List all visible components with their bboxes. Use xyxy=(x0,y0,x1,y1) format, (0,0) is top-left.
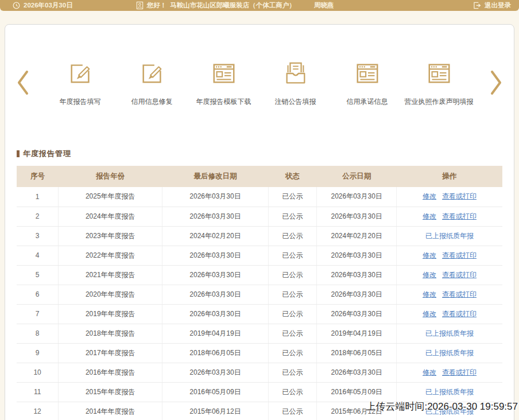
modify-link[interactable]: 修改 xyxy=(423,192,436,200)
view-or-print-link[interactable]: 查看或打印 xyxy=(442,271,477,279)
carousel-item[interactable]: 信用信息修复 xyxy=(116,58,188,107)
row-report-year: 2019年年度报告 xyxy=(59,304,162,324)
row-report-year: 2018年年度报告 xyxy=(59,324,162,343)
view-or-print-link[interactable]: 查看或打印 xyxy=(442,290,477,298)
row-serial: 3 xyxy=(17,226,59,246)
modify-link[interactable]: 修改 xyxy=(423,271,436,279)
row-serial: 5 xyxy=(17,265,59,285)
row-status: 已公示 xyxy=(268,343,317,363)
row-modified-date: 2024年02月20日 xyxy=(162,226,268,246)
row-modified-date: 2026年03月30日 xyxy=(162,363,268,382)
row-publish-date: 2026年03月30日 xyxy=(317,363,397,382)
top-bar: 2026年03月30日 您好！ 马鞍山市花山区郎曦服装店（个体工商户） 周晓燕 … xyxy=(0,0,519,11)
row-actions: 修改查看或打印 xyxy=(397,265,502,285)
row-serial: 10 xyxy=(17,363,59,382)
row-publish-date: 2026年03月30日 xyxy=(317,304,397,324)
annual-report-table: 序号 报告年份 最后修改日期 状态 公示日期 操作 1 2025年年度报告 20… xyxy=(17,166,502,420)
row-status: 已公示 xyxy=(268,226,317,246)
row-serial: 11 xyxy=(17,382,59,402)
row-actions: 已上报纸质年报 xyxy=(397,343,502,363)
main-panel: 年度报告填写 信用信息修复 年度报告模板下载 注销公告填报 信用承诺信息 营业执… xyxy=(5,24,514,420)
row-status: 已公示 xyxy=(268,265,317,285)
user-name: 周晓燕 xyxy=(314,1,334,10)
row-serial: 9 xyxy=(17,343,59,363)
row-status: 已公示 xyxy=(268,304,317,324)
carousel-item-label: 注销公告填报 xyxy=(275,97,316,107)
view-or-print-link[interactable]: 查看或打印 xyxy=(442,368,477,376)
logout-label: 退出登录 xyxy=(485,1,511,10)
carousel-item[interactable]: 注销公告填报 xyxy=(260,58,331,107)
modify-link[interactable]: 修改 xyxy=(423,290,436,298)
paper-report-status: 已上报纸质年报 xyxy=(425,232,474,240)
carousel-item[interactable]: 信用承诺信息 xyxy=(331,58,403,107)
table-row: 10 2016年年度报告 2026年03月30日 已公示 2026年03月30日… xyxy=(17,363,502,382)
table-row: 9 2017年年度报告 2018年06月05日 已公示 2018年06月05日 … xyxy=(17,343,502,363)
view-or-print-link[interactable]: 查看或打印 xyxy=(442,192,477,200)
col-publish-date: 公示日期 xyxy=(317,166,397,187)
table-row: 11 2015年年度报告 2016年05月09日 已公示 2016年05月09日… xyxy=(17,382,502,402)
table-header-row: 序号 报告年份 最后修改日期 状态 公示日期 操作 xyxy=(17,166,502,187)
row-modified-date: 2016年05月09日 xyxy=(162,382,268,402)
newspaper-icon xyxy=(211,58,237,87)
inbox-icon xyxy=(282,58,309,87)
row-publish-date: 2026年03月30日 xyxy=(317,246,397,265)
user-badge-icon xyxy=(136,1,144,10)
table-row: 5 2021年年度报告 2026年03月30日 已公示 2026年03月30日 … xyxy=(17,265,502,285)
row-report-year: 2015年年度报告 xyxy=(59,382,162,402)
logout-button[interactable]: 退出登录 xyxy=(473,1,511,10)
chevron-left-icon xyxy=(16,69,30,96)
row-actions: 修改查看或打印 xyxy=(397,246,502,265)
row-actions: 修改查看或打印 xyxy=(397,187,502,207)
row-report-year: 2021年年度报告 xyxy=(59,265,162,285)
col-modified: 最后修改日期 xyxy=(162,166,268,187)
row-status: 已公示 xyxy=(268,382,317,402)
table-row: 4 2022年年度报告 2026年03月30日 已公示 2026年03月30日 … xyxy=(17,246,502,265)
view-or-print-link[interactable]: 查看或打印 xyxy=(442,251,477,259)
modify-link[interactable]: 修改 xyxy=(423,212,436,220)
edit-icon xyxy=(139,58,165,87)
col-report-year: 报告年份 xyxy=(59,166,162,187)
carousel-next-button[interactable] xyxy=(487,68,505,97)
carousel-item[interactable]: 营业执照作废声明填报 xyxy=(403,58,475,107)
modify-link[interactable]: 修改 xyxy=(423,368,436,376)
paper-report-status: 已上报纸质年报 xyxy=(425,388,474,396)
row-serial: 8 xyxy=(17,324,59,343)
col-status: 状态 xyxy=(268,166,317,187)
row-actions: 已上报纸质年报 xyxy=(397,226,502,246)
greeting-text: 您好！ xyxy=(147,1,167,10)
carousel-item-label: 信用承诺信息 xyxy=(347,97,388,107)
carousel-item[interactable]: 年度报告模板下载 xyxy=(188,58,260,107)
carousel-track: 年度报告填写 信用信息修复 年度报告模板下载 注销公告填报 信用承诺信息 营业执… xyxy=(44,58,475,107)
modify-link[interactable]: 修改 xyxy=(423,251,436,259)
company-name: 马鞍山市花山区郎曦服装店（个体工商户） xyxy=(170,1,296,10)
edit-icon xyxy=(67,58,94,87)
section-bullet xyxy=(17,150,20,157)
row-actions: 已上报纸质年报 xyxy=(397,382,502,402)
row-report-year: 2020年年度报告 xyxy=(59,285,162,304)
carousel-prev-button[interactable] xyxy=(14,68,32,97)
row-modified-date: 2018年06月05日 xyxy=(162,343,268,363)
row-report-year: 2024年年度报告 xyxy=(59,207,162,226)
carousel-item[interactable]: 年度报告填写 xyxy=(44,58,116,107)
row-report-year: 2023年年度报告 xyxy=(59,226,162,246)
view-or-print-link[interactable]: 查看或打印 xyxy=(442,212,477,220)
row-publish-date: 2026年03月30日 xyxy=(317,265,397,285)
carousel-item-label: 年度报告模板下载 xyxy=(196,97,251,107)
row-status: 已公示 xyxy=(268,402,317,420)
modify-link[interactable]: 修改 xyxy=(423,310,436,318)
row-modified-date: 2026年03月30日 xyxy=(162,246,268,265)
section-title: 年度报告管理 xyxy=(23,149,71,159)
row-publish-date: 2018年06月05日 xyxy=(317,343,397,363)
row-publish-date: 2026年03月30日 xyxy=(317,187,397,207)
row-status: 已公示 xyxy=(268,246,317,265)
row-publish-date: 2024年02月20日 xyxy=(317,226,397,246)
row-report-year: 2017年年度报告 xyxy=(59,343,162,363)
row-modified-date: 2015年06月12日 xyxy=(162,402,268,420)
newspaper-icon xyxy=(354,58,381,87)
row-actions: 已上报纸质年报 xyxy=(397,324,502,343)
view-or-print-link[interactable]: 查看或打印 xyxy=(442,310,477,318)
chevron-right-icon xyxy=(489,69,503,96)
table-row: 7 2019年年度报告 2026年03月30日 已公示 2026年03月30日 … xyxy=(17,304,502,324)
current-date: 2026年03月30日 xyxy=(24,1,73,10)
row-modified-date: 2026年03月30日 xyxy=(162,304,268,324)
